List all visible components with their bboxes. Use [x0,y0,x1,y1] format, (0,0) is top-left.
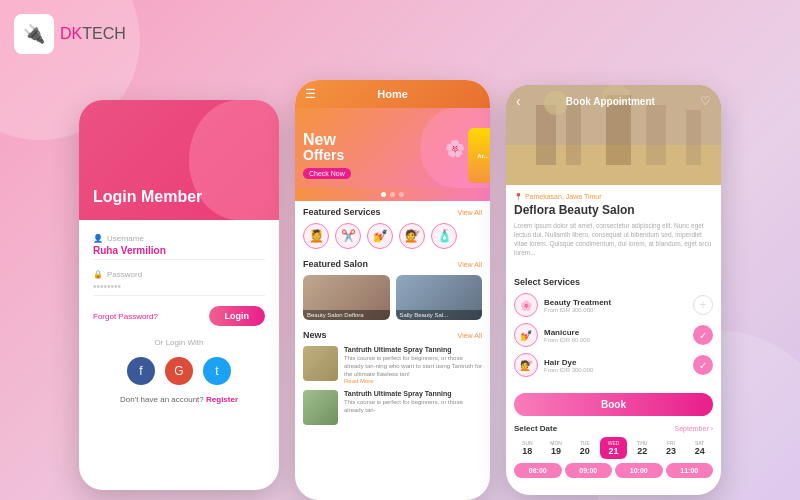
service-item-1[interactable]: 💆 [303,223,329,249]
add-service-button-1[interactable]: + [693,295,713,315]
twitter-login-button[interactable]: t [203,357,231,385]
cal-day-thu[interactable]: THU 22 [629,437,656,459]
service-icon-hairdye: 💇 [514,353,538,377]
time-slot-4[interactable]: 11:00 [666,463,714,478]
favorite-button[interactable]: ♡ [700,94,711,108]
register-text: Don't have an account? Register [93,395,265,404]
news-view-all[interactable]: View All [458,332,482,339]
book-button[interactable]: Book [514,393,713,416]
services-row: 💆 ✂️ 💅 💇 🧴 [303,223,482,249]
featured-salon-section: Featured Salon View All Beauty Salon Def… [295,253,490,324]
booking-title: Book Appointment [566,96,655,107]
news-read-1[interactable]: Read More [344,378,482,384]
password-placeholder: •••••••• [93,281,265,296]
add-service-button-3[interactable]: ✓ [693,355,713,375]
featured-salon-view-all[interactable]: View All [458,261,482,268]
dot-3 [399,192,404,197]
google-login-button[interactable]: G [165,357,193,385]
time-slot-3[interactable]: 10:00 [615,463,663,478]
phone-login: Login Member 👤 Username Ruha Vermilion 🔒… [79,100,279,490]
forgot-password[interactable]: Forgot Password? [93,312,158,321]
service-item-5[interactable]: 🧴 [431,223,457,249]
date-month[interactable]: September › [674,425,713,432]
service-icon-beauty: 🌸 [514,293,538,317]
service-row-3: 💇 Hair Dye From IDR 300.000 ✓ [514,353,713,377]
featured-services-title: Featured Services [303,207,381,217]
select-services-title: Select Services [514,277,713,287]
cal-day-wed[interactable]: WED 21 [600,437,627,459]
service-price-2: From IDR 60.000 [544,337,687,343]
news-desc-2: This course is perfect for beginners, or… [344,399,482,415]
login-button[interactable]: Login [209,306,266,326]
salon-card-1[interactable]: Beauty Salon Deflora [303,275,390,320]
logo-tech: TECH [82,25,126,42]
logo-area: 🔌 DKTECH [14,14,126,54]
hamburger-menu[interactable]: ☰ [305,87,316,101]
salon-name-2: Sally Beauty Sal... [396,310,483,320]
cal-day-num-thu: 22 [630,446,655,456]
banner-check-now[interactable]: Check Now [303,168,351,179]
featured-services-section: Featured Services View All 💆 ✂️ 💅 💇 🧴 [295,201,490,253]
back-button[interactable]: ‹ [516,93,521,109]
time-row: 08:00 09:00 10:00 11:00 [514,463,713,478]
book-button-row: Book [506,389,721,420]
facebook-login-button[interactable]: f [127,357,155,385]
service-item-3[interactable]: 💅 [367,223,393,249]
cal-day-sat[interactable]: SAT 24 [686,437,713,459]
booking-location: 📍 Pamekasan, Jawa Timur [514,193,713,201]
service-icon-5: 🧴 [431,223,457,249]
username-field[interactable]: 👤 Username Ruha Vermilion [93,234,265,260]
cal-day-sun[interactable]: SUN 18 [514,437,541,459]
home-title: Home [377,88,408,100]
news-item-1: Tantruth Ultimate Spray Tanning This cou… [303,346,482,384]
service-info-3: Hair Dye From IDR 300.000 [544,358,687,373]
time-slot-2[interactable]: 09:00 [565,463,613,478]
cal-day-num-sun: 18 [515,446,540,456]
svg-rect-6 [686,110,701,165]
service-icon-manicure: 💅 [514,323,538,347]
cal-day-fri[interactable]: FRI 23 [658,437,685,459]
password-label: 🔒 Password [93,270,265,279]
logo-symbol: 🔌 [23,23,45,45]
news-title-1: Tantruth Ultimate Spray Tanning [344,346,482,353]
time-slot-1[interactable]: 08:00 [514,463,562,478]
service-price-1: From IDR 300.000 [544,307,687,313]
divider: Or Login With [93,338,265,347]
service-name-3: Hair Dye [544,358,687,367]
service-item-4[interactable]: 💇 [399,223,425,249]
news-section: News View All Tantruth Ultimate Spray Ta… [295,324,490,435]
date-header: Select Date September › [514,424,713,433]
date-section: Select Date September › SUN 18 MON 19 TU… [506,420,721,482]
booking-salon-name: Deflora Beauty Salon [514,203,713,217]
news-thumb-1 [303,346,338,381]
cal-day-num-sat: 24 [687,446,712,456]
password-field[interactable]: 🔒 Password •••••••• [93,270,265,296]
register-link[interactable]: Register [206,395,238,404]
logo-dk: DK [60,25,82,42]
add-service-button-2[interactable]: ✓ [693,325,713,345]
banner-offers: Offers [303,148,351,162]
logo-text: DKTECH [60,25,126,43]
service-row-1: 🌸 Beauty Treatment From IDR 300.000 + [514,293,713,317]
salon-card-2[interactable]: Sally Beauty Sal... [396,275,483,320]
booking-description: Lorem ipsum dolor sit amet, consectetur … [514,221,713,257]
banner-dots [295,188,490,201]
select-services-section: Select Services 🌸 Beauty Treatment From … [506,271,721,389]
login-body: 👤 Username Ruha Vermilion 🔒 Password •••… [79,220,279,418]
news-header: News View All [303,330,482,340]
featured-services-view-all[interactable]: View All [458,209,482,216]
cal-day-mon[interactable]: MON 19 [543,437,570,459]
phone-booking: ‹ Book Appointment ♡ 📍 Pamekasan, Jawa T… [506,85,721,495]
banner-new: New [303,132,351,148]
cal-day-num-fri: 23 [659,446,684,456]
cal-day-tue[interactable]: TUE 20 [571,437,598,459]
news-title: News [303,330,327,340]
service-item-2[interactable]: ✂️ [335,223,361,249]
service-price-3: From IDR 300.000 [544,367,687,373]
phones-container: Login Member 👤 Username Ruha Vermilion 🔒… [0,50,800,500]
cal-day-num-tue: 20 [572,446,597,456]
phone-home: ☰ Home New Offers Check Now 🌸 Ar... Feat… [295,80,490,500]
username-value: Ruha Vermilion [93,245,265,260]
booking-info: 📍 Pamekasan, Jawa Timur Deflora Beauty S… [506,185,721,271]
service-info-1: Beauty Treatment From IDR 300.000 [544,298,687,313]
